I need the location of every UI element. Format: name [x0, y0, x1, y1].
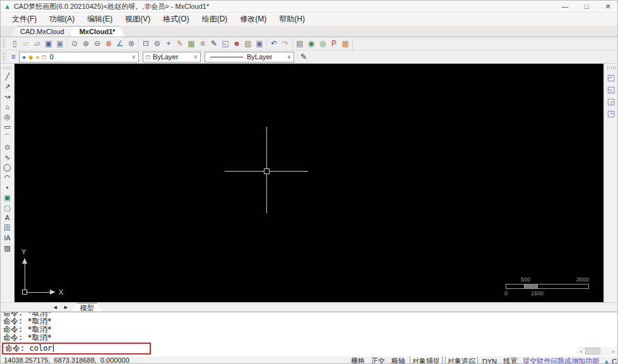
zoom-out-icon[interactable]: ⊖	[92, 38, 103, 49]
save-as-icon[interactable]: ▣	[54, 38, 66, 49]
layer-select[interactable]: ●◆●□ 0 ∨	[19, 52, 139, 62]
zoom-all-icon[interactable]: ⊛	[126, 38, 137, 49]
ellipse-arc-tool-icon[interactable]: ◠	[1, 172, 14, 182]
menu-item[interactable]: 格式(O)	[157, 13, 195, 26]
ellipse-tool-icon[interactable]: ◯	[1, 162, 14, 172]
scroll-left-icon[interactable]: ‹	[577, 348, 585, 355]
point-tool-icon[interactable]: •	[1, 182, 14, 192]
linetype-select[interactable]: ByLayer ∨	[205, 52, 294, 62]
new-file-icon[interactable]: ▯	[9, 38, 20, 49]
draworder-below-icon[interactable]: ◳	[604, 107, 618, 119]
toolbar-grip[interactable]	[3, 66, 12, 69]
draworder-above-icon[interactable]: ◲	[604, 95, 618, 107]
color-select[interactable]: □ ByLayer ∨	[143, 52, 201, 62]
block-create-tool-icon[interactable]: ▢	[1, 203, 14, 213]
layer-palette-icon[interactable]: ≡	[197, 38, 208, 49]
command-input-highlight[interactable]: 命令: color	[2, 343, 151, 355]
status-toggle[interactable]: 线宽	[500, 356, 520, 364]
menu-item[interactable]: 编辑(E)	[81, 13, 119, 26]
properties-pen-icon[interactable]: ✎	[298, 51, 309, 62]
draw-pen-icon[interactable]: ✎	[208, 38, 220, 49]
app-logo-icon: ▲	[4, 3, 11, 10]
circle-tool-icon[interactable]: ⊙	[1, 142, 14, 152]
text-tool-icon[interactable]: A	[1, 213, 14, 223]
save-file-icon[interactable]: ▣	[43, 38, 54, 49]
sketch-pen-icon[interactable]: ✎	[174, 38, 186, 49]
scale-label: 3500	[576, 276, 589, 283]
donut-tool-icon[interactable]: ◎	[1, 112, 14, 122]
table-tool-icon[interactable]: 田	[1, 223, 14, 233]
hatch-tool-icon[interactable]: ▨	[1, 243, 14, 253]
status-toggle[interactable]: 栅格	[348, 356, 368, 364]
scrollbar-thumb[interactable]	[585, 348, 600, 355]
new-viewport-icon[interactable]: ◱	[220, 38, 231, 49]
chevron-down-icon[interactable]: ∨	[130, 54, 137, 60]
polygon-tool-icon[interactable]: ⌂	[1, 102, 14, 112]
command-input-text[interactable]: color	[29, 344, 52, 353]
tab-scroll-left-icon[interactable]: ◄	[50, 304, 61, 310]
status-toggle[interactable]: 对象追踪	[445, 356, 478, 364]
web-home-icon[interactable]: ◉	[306, 38, 317, 49]
draworder-back-icon[interactable]: ◱	[604, 83, 618, 95]
measure-angle-icon[interactable]: ∠	[114, 38, 126, 49]
chevron-down-icon[interactable]: ∨	[192, 54, 199, 60]
text-edit-tool-icon[interactable]: IA	[1, 233, 14, 243]
menu-item[interactable]: 文件(F)	[6, 13, 43, 26]
chevron-down-icon[interactable]: ∨	[285, 54, 292, 60]
tab-scroll-right-icon[interactable]: ►	[61, 304, 71, 310]
model-tab[interactable]: 模型	[71, 303, 103, 312]
block-insert-tool-icon[interactable]: ▣	[1, 192, 14, 203]
ucs-x-label: X	[59, 288, 63, 296]
zoom-in-icon[interactable]: ⊕	[80, 38, 92, 49]
command-window[interactable]: 命令: *取消*命令: *取消*命令: *取消*命令: *取消* 命令: col…	[1, 312, 618, 356]
open-cloud-file-icon[interactable]: ▱	[32, 38, 43, 49]
rectangle-tool-icon[interactable]: ▭	[1, 122, 14, 132]
status-toggle[interactable]: DYN	[479, 358, 500, 364]
zoom-previous-icon[interactable]: ⊙	[69, 38, 80, 49]
web-refresh-icon[interactable]: ◎	[317, 38, 328, 49]
toolbar-grip[interactable]	[607, 66, 616, 69]
feedback-link[interactable]: 提交软件问题或增加功能	[523, 356, 599, 364]
drawing-canvas[interactable]: Y X 500 3500 0 1500	[15, 64, 603, 302]
menu-item[interactable]: 功能(A)	[43, 13, 81, 26]
menu-item[interactable]: 修改(M)	[234, 13, 273, 26]
menu-item[interactable]: 视图(V)	[119, 13, 157, 26]
print-icon[interactable]: ▤	[294, 38, 306, 49]
export-image-icon[interactable]: ▦	[340, 38, 351, 49]
layer-manager-icon[interactable]: ≡	[8, 51, 19, 62]
status-toggle[interactable]: 极轴	[388, 356, 408, 364]
menu-item[interactable]: 帮助(H)	[273, 13, 311, 26]
toolbar-grip[interactable]	[3, 52, 6, 61]
zoom-window-icon[interactable]: ⊡	[140, 38, 152, 49]
pan-icon[interactable]: +	[163, 38, 174, 49]
clean-brush-icon[interactable]: ▨	[242, 38, 254, 49]
status-toggle[interactable]: 对象捕捉	[410, 356, 443, 364]
close-button[interactable]: ✕	[597, 3, 618, 11]
redo-icon[interactable]: ↷	[280, 38, 291, 49]
layer-status-icons: ●◆●□	[21, 53, 47, 61]
zoom-extents-icon[interactable]: ⊗	[103, 38, 114, 49]
open-file-icon[interactable]: ▱	[20, 38, 32, 49]
insert-image-icon[interactable]: ▦	[186, 38, 197, 49]
line-tool-icon[interactable]: ╱	[1, 71, 14, 81]
undo-icon[interactable]: ↶	[268, 38, 280, 49]
tab-cad-mxcloud[interactable]: CAD.MxCloud	[11, 26, 74, 37]
polyline-tool-icon[interactable]: ↝	[1, 91, 14, 102]
toolbar-grip[interactable]	[3, 39, 6, 48]
scale-label: 0	[504, 290, 508, 296]
menu-item[interactable]: 绘图(D)	[196, 13, 234, 26]
draworder-front-icon[interactable]: ◰	[604, 71, 618, 83]
share-users-icon[interactable]: ☻	[231, 38, 242, 49]
save-image-icon[interactable]: ▣	[254, 38, 265, 49]
tab-mxcloud1[interactable]: MxCloud1*	[70, 26, 125, 37]
ray-tool-icon[interactable]: ↗	[1, 81, 14, 91]
spline-tool-icon[interactable]: ∿	[1, 152, 14, 162]
export-pdf-icon[interactable]: P	[328, 38, 340, 49]
maximize-button[interactable]: □	[576, 3, 597, 11]
scroll-right-icon[interactable]: ›	[609, 348, 617, 355]
minimize-button[interactable]: —	[554, 3, 576, 11]
arc-tool-icon[interactable]: ⌒	[1, 132, 14, 142]
status-toggle[interactable]: 正交	[368, 356, 388, 364]
zoom-object-icon[interactable]: ⊚	[152, 38, 163, 49]
command-hscrollbar[interactable]: ‹ ›	[577, 347, 617, 355]
